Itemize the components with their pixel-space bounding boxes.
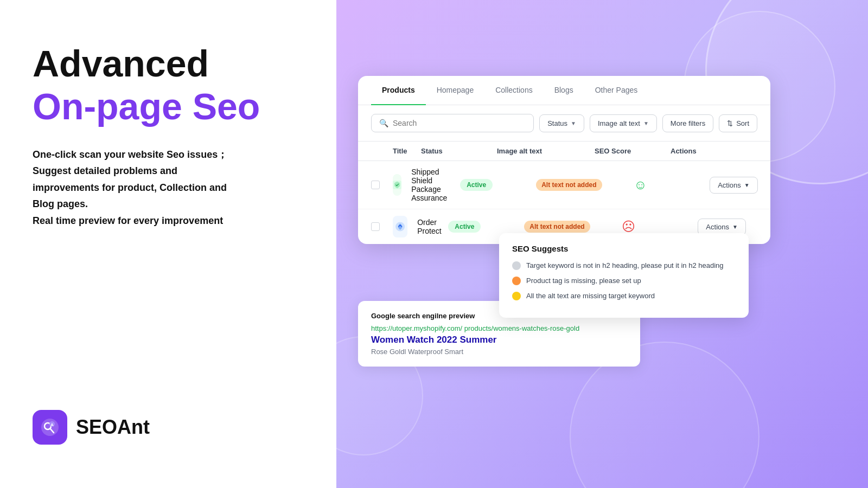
- logo-icon: A: [33, 410, 67, 445]
- row-checkbox[interactable]: [371, 181, 393, 189]
- search-input[interactable]: [393, 119, 526, 127]
- status-badge-row1: Active: [460, 179, 536, 191]
- logo-section: A SEOAnt: [33, 410, 304, 445]
- right-panel: Products Homepage Collections Blogs Othe…: [336, 0, 868, 488]
- alt-text-badge-row2: Alt text not added: [524, 221, 622, 233]
- tab-collections[interactable]: Collections: [484, 76, 543, 105]
- seo-dot-yellow: [512, 292, 521, 300]
- happy-face-icon: ☺: [634, 177, 647, 192]
- col-title: Title: [393, 147, 421, 155]
- tab-products[interactable]: Products: [371, 76, 426, 105]
- seo-item: Target keyword is not in h2 heading, ple…: [512, 261, 736, 271]
- description-text: One-click scan your website Seo issues； …: [33, 146, 293, 229]
- col-status: Status: [421, 147, 497, 155]
- search-box[interactable]: 🔍: [371, 114, 534, 132]
- row-checkbox[interactable]: [371, 222, 393, 231]
- status-filter-button[interactable]: Status ▼: [539, 114, 584, 132]
- sad-face-icon: ☹: [622, 219, 635, 234]
- tab-homepage[interactable]: Homepage: [426, 76, 485, 105]
- google-preview-description: Rose Goldl Waterproof Smart: [371, 348, 627, 356]
- main-card: Products Homepage Collections Blogs Othe…: [358, 76, 770, 244]
- chevron-down-icon: ▼: [732, 224, 738, 230]
- tabs-bar: Products Homepage Collections Blogs Othe…: [358, 76, 770, 105]
- tab-other-pages[interactable]: Other Pages: [584, 76, 649, 105]
- svg-text:A: A: [50, 422, 54, 427]
- product-thumbnail: [393, 216, 407, 237]
- seo-score-row2: ☹: [622, 219, 698, 234]
- seo-score-row1: ☺: [634, 177, 710, 192]
- actions-cell-row1: Actions ▼: [710, 177, 796, 194]
- product-thumbnail: [393, 174, 401, 196]
- col-seo-score: SEO Score: [595, 147, 671, 155]
- chevron-down-icon: ▼: [744, 182, 750, 188]
- headline-main: Advanced: [33, 43, 304, 84]
- google-preview-title: Women Watch 2022 Summer: [371, 335, 627, 345]
- seo-item: All the alt text are missing target keyw…: [512, 291, 736, 301]
- left-panel: Advanced On-page Seo One-click scan your…: [0, 0, 336, 488]
- seo-suggests-card: SEO Suggests Target keyword is not in h2…: [499, 233, 749, 318]
- headline-sub: On-page Seo: [33, 86, 304, 127]
- seo-dot-gray: [512, 261, 521, 270]
- logo-text: SEOAnt: [76, 416, 150, 439]
- col-checkbox: [371, 147, 393, 155]
- tab-blogs[interactable]: Blogs: [544, 76, 584, 105]
- product-name: Shipped Shield Package Assurance: [407, 168, 460, 202]
- seo-dot-orange: [512, 277, 521, 285]
- svg-point-0: [41, 419, 59, 436]
- more-filters-button[interactable]: More filters: [662, 114, 713, 132]
- table-row: Shipped Shield Package Assurance Active …: [358, 161, 770, 209]
- chevron-down-icon: ▼: [571, 120, 576, 126]
- product-name: Order Protect: [413, 218, 448, 235]
- actions-button-row2[interactable]: Actions ▼: [698, 219, 746, 235]
- table-header: Title Status Image alt text SEO Score Ac…: [358, 142, 770, 161]
- google-preview-url: https://utoper.myshopify.com/ products/w…: [371, 324, 627, 332]
- seo-suggests-title: SEO Suggests: [512, 244, 736, 253]
- chevron-down-icon: ▼: [643, 120, 649, 126]
- search-icon: 🔍: [379, 119, 388, 127]
- sort-icon: ⇅: [727, 119, 733, 127]
- status-badge-row2: Active: [448, 221, 524, 233]
- col-image-alt: Image alt text: [497, 147, 595, 155]
- alt-text-badge-row1: Alt text not added: [536, 179, 634, 191]
- col-actions: Actions: [671, 147, 757, 155]
- filters-row: 🔍 Status ▼ Image alt text ▼ More filters…: [358, 105, 770, 142]
- image-alt-filter-button[interactable]: Image alt text ▼: [590, 114, 657, 132]
- actions-button-row1[interactable]: Actions ▼: [710, 177, 758, 194]
- sort-button[interactable]: ⇅ Sort: [719, 114, 757, 132]
- actions-cell-row2: Actions ▼: [698, 219, 784, 235]
- seo-item: Product tag is missing, please set up: [512, 276, 736, 286]
